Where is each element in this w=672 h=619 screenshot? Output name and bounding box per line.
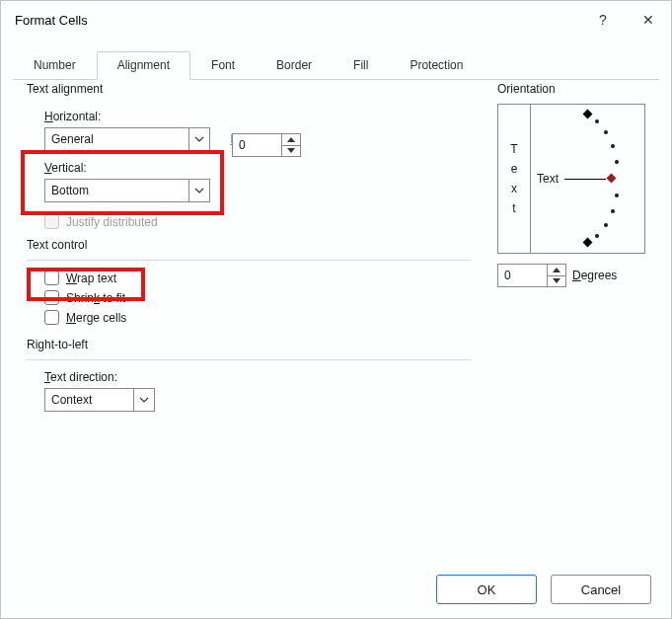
tab-fill[interactable]: Fill <box>333 51 389 80</box>
indent-spin[interactable]: 0 <box>232 133 301 157</box>
section-orientation: Orientation <box>497 82 645 96</box>
vertical-combo[interactable]: Bottom <box>44 179 210 202</box>
text-direction-label: Text direction: <box>44 370 645 384</box>
ok-button[interactable]: OK <box>436 575 537 604</box>
spin-down-icon[interactable] <box>548 276 565 287</box>
horizontal-combo[interactable]: General <box>44 127 210 151</box>
section-rtl: Right-to-left <box>27 338 645 351</box>
justify-checkbox <box>44 214 59 229</box>
cancel-button[interactable]: Cancel <box>551 575 651 604</box>
tab-protection[interactable]: Protection <box>389 51 484 80</box>
close-icon: ✕ <box>642 12 654 28</box>
tab-alignment[interactable]: Alignment <box>97 51 190 80</box>
dialog-title: Format Cells <box>15 13 88 28</box>
help-button[interactable]: ? <box>580 1 626 39</box>
diamond-icon <box>583 238 593 248</box>
chevron-down-icon <box>188 180 209 201</box>
wrap-checkbox[interactable] <box>44 271 59 285</box>
close-button[interactable]: ✕ <box>626 1 671 39</box>
chevron-down-icon <box>133 389 154 411</box>
orientation-panel: Orientation T e x t Text <box>497 82 645 287</box>
degrees-label: Degrees <box>572 269 617 282</box>
orientation-dial[interactable]: Text <box>531 105 644 253</box>
spin-up-icon[interactable] <box>282 134 300 146</box>
tab-font[interactable]: Font <box>190 51 256 80</box>
spin-up-icon[interactable] <box>548 265 565 276</box>
tab-border[interactable]: Border <box>256 51 333 80</box>
tab-body: Text alignment Horizontal: General Inden… <box>27 82 645 549</box>
tab-number[interactable]: Number <box>13 51 97 80</box>
chevron-down-icon <box>188 128 209 150</box>
orientation-vertical-text[interactable]: T e x t <box>498 105 531 253</box>
shrink-row[interactable]: Shrink to fit <box>44 290 645 305</box>
dialog-footer: OK Cancel <box>436 575 651 604</box>
tab-strip: Number Alignment Font Border Fill Protec… <box>13 50 659 80</box>
format-cells-dialog: Format Cells ? ✕ Number Alignment Font B… <box>0 0 672 619</box>
spin-down-icon[interactable] <box>282 146 300 157</box>
merge-checkbox[interactable] <box>44 310 59 325</box>
degrees-spin[interactable]: 0 <box>497 264 566 287</box>
diamond-icon <box>583 110 593 119</box>
diamond-icon <box>607 174 617 184</box>
help-icon: ? <box>599 12 607 28</box>
merge-row[interactable]: Merge cells <box>44 310 645 325</box>
titlebar: Format Cells ? ✕ <box>1 1 671 39</box>
text-direction-combo[interactable]: Context <box>44 388 155 412</box>
shrink-checkbox[interactable] <box>44 290 59 305</box>
